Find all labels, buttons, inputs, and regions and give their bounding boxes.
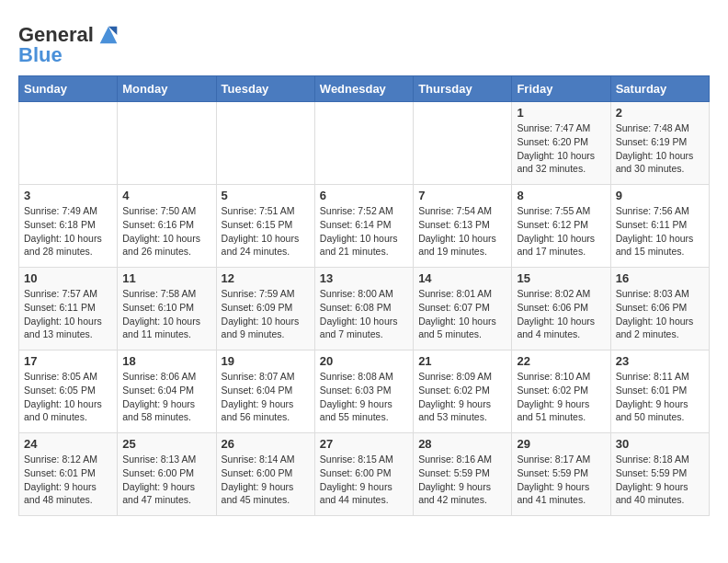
cell-content: Sunrise: 7:59 AMSunset: 6:09 PMDaylight:… [222, 287, 310, 341]
cell-content: Sunrise: 8:10 AMSunset: 6:02 PMDaylight:… [517, 370, 605, 424]
day-number: 22 [517, 354, 605, 368]
day-number: 25 [122, 437, 210, 451]
calendar-cell: 25Sunrise: 8:13 AMSunset: 6:00 PMDayligh… [118, 433, 216, 516]
cell-content: Sunrise: 7:58 AMSunset: 6:10 PMDaylight:… [122, 287, 210, 341]
weekday-header-saturday: Saturday [610, 76, 709, 102]
calendar-cell: 9Sunrise: 7:56 AMSunset: 6:11 PMDaylight… [610, 185, 709, 268]
day-number: 13 [320, 271, 408, 285]
cell-content: Sunrise: 8:12 AMSunset: 6:01 PMDaylight:… [24, 453, 112, 507]
cell-content: Sunrise: 8:18 AMSunset: 5:59 PMDaylight:… [616, 453, 704, 507]
calendar-cell: 30Sunrise: 8:18 AMSunset: 5:59 PMDayligh… [610, 433, 709, 516]
calendar-cell: 26Sunrise: 8:14 AMSunset: 6:00 PMDayligh… [216, 433, 314, 516]
calendar-cell: 11Sunrise: 7:58 AMSunset: 6:10 PMDayligh… [118, 268, 216, 350]
cell-content: Sunrise: 8:08 AMSunset: 6:03 PMDaylight:… [320, 370, 408, 424]
calendar-cell: 17Sunrise: 8:05 AMSunset: 6:05 PMDayligh… [19, 350, 118, 433]
logo-text-blue: Blue [18, 44, 63, 66]
cell-content: Sunrise: 7:56 AMSunset: 6:11 PMDaylight:… [616, 204, 704, 259]
calendar-cell: 20Sunrise: 8:08 AMSunset: 6:03 PMDayligh… [314, 350, 413, 433]
calendar-cell: 19Sunrise: 8:07 AMSunset: 6:04 PMDayligh… [216, 350, 314, 433]
day-number: 21 [418, 354, 506, 368]
calendar-cell [118, 102, 216, 185]
day-number: 24 [24, 437, 112, 451]
cell-content: Sunrise: 8:16 AMSunset: 5:59 PMDaylight:… [418, 453, 506, 507]
day-number: 28 [418, 437, 506, 451]
day-number: 2 [616, 106, 704, 120]
day-number: 17 [24, 354, 112, 368]
day-number: 8 [517, 189, 605, 202]
calendar-cell: 23Sunrise: 8:11 AMSunset: 6:01 PMDayligh… [610, 350, 709, 433]
day-number: 20 [320, 354, 408, 368]
cell-content: Sunrise: 7:55 AMSunset: 6:12 PMDaylight:… [517, 204, 605, 259]
day-number: 19 [222, 354, 310, 368]
calendar-cell [216, 102, 314, 185]
calendar-cell [314, 102, 413, 185]
weekday-header-monday: Monday [118, 76, 216, 102]
cell-content: Sunrise: 8:13 AMSunset: 6:00 PMDaylight:… [122, 453, 210, 507]
weekday-header-sunday: Sunday [19, 76, 118, 102]
calendar-cell: 15Sunrise: 8:02 AMSunset: 6:06 PMDayligh… [512, 268, 610, 350]
day-number: 15 [517, 271, 605, 285]
calendar-cell: 7Sunrise: 7:54 AMSunset: 6:13 PMDaylight… [414, 185, 512, 268]
calendar-cell: 8Sunrise: 7:55 AMSunset: 6:12 PMDaylight… [512, 185, 610, 268]
calendar-cell: 28Sunrise: 8:16 AMSunset: 5:59 PMDayligh… [414, 433, 512, 516]
cell-content: Sunrise: 8:01 AMSunset: 6:07 PMDaylight:… [418, 287, 506, 341]
calendar-row-4: 24Sunrise: 8:12 AMSunset: 6:01 PMDayligh… [19, 433, 710, 516]
cell-content: Sunrise: 8:07 AMSunset: 6:04 PMDaylight:… [222, 370, 310, 424]
cell-content: Sunrise: 7:48 AMSunset: 6:19 PMDaylight:… [616, 121, 704, 176]
calendar-cell: 21Sunrise: 8:09 AMSunset: 6:02 PMDayligh… [414, 350, 512, 433]
day-number: 7 [418, 189, 506, 202]
calendar-cell: 24Sunrise: 8:12 AMSunset: 6:01 PMDayligh… [19, 433, 118, 516]
logo-icon [96, 22, 121, 48]
cell-content: Sunrise: 8:11 AMSunset: 6:01 PMDaylight:… [616, 370, 704, 424]
day-number: 30 [616, 437, 704, 451]
header: General Blue [18, 18, 710, 66]
calendar-cell: 1Sunrise: 7:47 AMSunset: 6:20 PMDaylight… [512, 102, 610, 185]
calendar-row-0: 1Sunrise: 7:47 AMSunset: 6:20 PMDaylight… [19, 102, 710, 185]
weekday-header-wednesday: Wednesday [314, 76, 413, 102]
day-number: 3 [24, 189, 112, 202]
cell-content: Sunrise: 8:03 AMSunset: 6:06 PMDaylight:… [616, 287, 704, 341]
calendar-cell: 10Sunrise: 7:57 AMSunset: 6:11 PMDayligh… [19, 268, 118, 350]
calendar-cell: 29Sunrise: 8:17 AMSunset: 5:59 PMDayligh… [512, 433, 610, 516]
cell-content: Sunrise: 7:47 AMSunset: 6:20 PMDaylight:… [517, 121, 605, 176]
calendar-cell: 12Sunrise: 7:59 AMSunset: 6:09 PMDayligh… [216, 268, 314, 350]
cell-content: Sunrise: 7:49 AMSunset: 6:18 PMDaylight:… [24, 204, 112, 259]
day-number: 27 [320, 437, 408, 451]
day-number: 10 [24, 271, 112, 285]
day-number: 1 [517, 106, 605, 120]
calendar-cell: 18Sunrise: 8:06 AMSunset: 6:04 PMDayligh… [118, 350, 216, 433]
cell-content: Sunrise: 8:14 AMSunset: 6:00 PMDaylight:… [222, 453, 310, 507]
cell-content: Sunrise: 7:57 AMSunset: 6:11 PMDaylight:… [24, 287, 112, 341]
calendar-cell: 14Sunrise: 8:01 AMSunset: 6:07 PMDayligh… [414, 268, 512, 350]
calendar-cell [19, 102, 118, 185]
day-number: 9 [616, 189, 704, 202]
day-number: 16 [616, 271, 704, 285]
cell-content: Sunrise: 7:51 AMSunset: 6:15 PMDaylight:… [222, 204, 310, 259]
calendar-cell: 5Sunrise: 7:51 AMSunset: 6:15 PMDaylight… [216, 185, 314, 268]
calendar-cell: 16Sunrise: 8:03 AMSunset: 6:06 PMDayligh… [610, 268, 709, 350]
calendar-row-3: 17Sunrise: 8:05 AMSunset: 6:05 PMDayligh… [19, 350, 710, 433]
cell-content: Sunrise: 8:06 AMSunset: 6:04 PMDaylight:… [122, 370, 210, 424]
weekday-header-row: SundayMondayTuesdayWednesdayThursdayFrid… [19, 76, 710, 102]
day-number: 5 [222, 189, 310, 202]
weekday-header-tuesday: Tuesday [216, 76, 314, 102]
calendar-row-1: 3Sunrise: 7:49 AMSunset: 6:18 PMDaylight… [19, 185, 710, 268]
cell-content: Sunrise: 8:17 AMSunset: 5:59 PMDaylight:… [517, 453, 605, 507]
cell-content: Sunrise: 7:50 AMSunset: 6:16 PMDaylight:… [122, 204, 210, 259]
day-number: 12 [222, 271, 310, 285]
day-number: 29 [517, 437, 605, 451]
cell-content: Sunrise: 8:15 AMSunset: 6:00 PMDaylight:… [320, 453, 408, 507]
day-number: 26 [222, 437, 310, 451]
calendar-row-2: 10Sunrise: 7:57 AMSunset: 6:11 PMDayligh… [19, 268, 710, 350]
calendar-cell: 2Sunrise: 7:48 AMSunset: 6:19 PMDaylight… [610, 102, 709, 185]
calendar-cell: 6Sunrise: 7:52 AMSunset: 6:14 PMDaylight… [314, 185, 413, 268]
calendar-cell: 13Sunrise: 8:00 AMSunset: 6:08 PMDayligh… [314, 268, 413, 350]
cell-content: Sunrise: 7:54 AMSunset: 6:13 PMDaylight:… [418, 204, 506, 259]
day-number: 4 [122, 189, 210, 202]
cell-content: Sunrise: 8:09 AMSunset: 6:02 PMDaylight:… [418, 370, 506, 424]
cell-content: Sunrise: 7:52 AMSunset: 6:14 PMDaylight:… [320, 204, 408, 259]
calendar-cell: 3Sunrise: 7:49 AMSunset: 6:18 PMDaylight… [19, 185, 118, 268]
calendar-cell: 27Sunrise: 8:15 AMSunset: 6:00 PMDayligh… [314, 433, 413, 516]
day-number: 6 [320, 189, 408, 202]
calendar-cell: 4Sunrise: 7:50 AMSunset: 6:16 PMDaylight… [118, 185, 216, 268]
